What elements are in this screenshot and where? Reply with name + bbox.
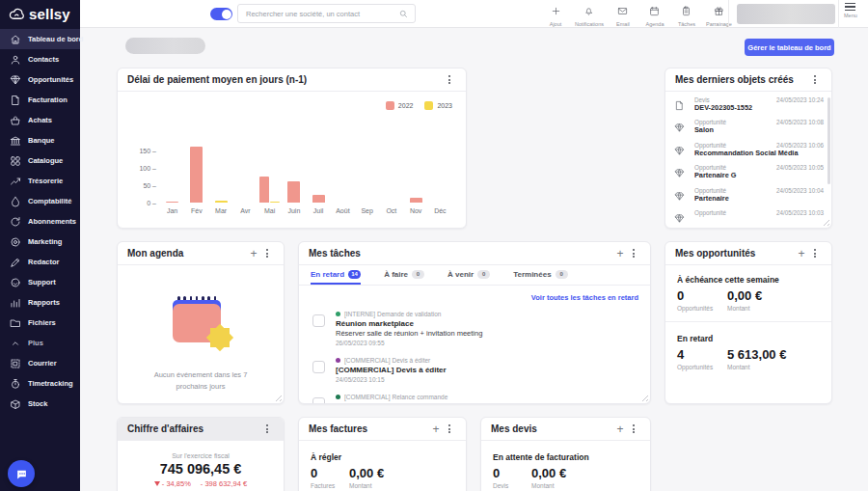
legend-item-2022: 2022 bbox=[386, 101, 414, 110]
bar-2022-Nov bbox=[410, 198, 422, 203]
x-axis-label: Déc bbox=[428, 207, 452, 214]
topbar-action-ajout[interactable]: Ajout bbox=[543, 3, 568, 27]
section-label: À échéance cette semaine bbox=[677, 275, 820, 285]
kebab-menu-icon[interactable] bbox=[260, 423, 274, 435]
add-icon[interactable]: + bbox=[429, 424, 443, 434]
document-icon bbox=[10, 95, 21, 106]
add-icon[interactable]: + bbox=[613, 249, 627, 259]
kebab-menu-icon[interactable] bbox=[627, 423, 640, 435]
bar-group-Fév: Fév bbox=[184, 147, 208, 203]
bar-chart: 0 –50 –100 –150 –JanFévMarAvrMaiJuinJuil… bbox=[160, 126, 452, 203]
legend-label: 2023 bbox=[437, 102, 452, 109]
sidebar-item-tableau-de-bord[interactable]: Tableau de bord bbox=[0, 29, 80, 49]
recent-object-row[interactable]: Opportunité24/05/2023 10:03 bbox=[665, 206, 831, 229]
box-icon bbox=[10, 398, 21, 410]
section-values: 0Opportunités0,00 €Montant bbox=[677, 288, 820, 312]
sidebar-item-redactor[interactable]: Redactor bbox=[0, 252, 80, 272]
search-input[interactable] bbox=[238, 10, 399, 18]
diamond-icon bbox=[674, 165, 685, 182]
view-all-late-tasks-link[interactable]: Voir toutes les tâches en retard bbox=[531, 293, 638, 302]
tab-à-venir[interactable]: À venir0 bbox=[448, 265, 490, 285]
kebab-menu-icon[interactable] bbox=[808, 73, 822, 86]
recent-object-row[interactable]: OpportunitéPartenaire24/05/2023 10:04 bbox=[665, 184, 831, 206]
x-axis-label: Nov bbox=[404, 207, 428, 214]
manage-dashboard-button[interactable]: Gérer le tableau de bord bbox=[745, 39, 834, 56]
sidebar-item-label: Facturation bbox=[28, 95, 68, 104]
invoices-card: Mes factures + À régler 0 Factures 0,00 … bbox=[298, 417, 467, 491]
tab-à-faire[interactable]: À faire0 bbox=[384, 265, 424, 285]
sidebar-item-facturation[interactable]: Facturation bbox=[0, 90, 80, 110]
sidebar-item-contacts[interactable]: Contacts bbox=[0, 49, 80, 69]
topbar-action-taches[interactable]: Tâches bbox=[674, 3, 699, 27]
pencil-icon bbox=[10, 257, 21, 268]
add-icon[interactable]: + bbox=[247, 249, 260, 259]
menu-button[interactable]: Menu bbox=[844, 3, 857, 18]
mode-toggle[interactable] bbox=[210, 8, 232, 20]
task-checkbox[interactable] bbox=[312, 397, 325, 404]
sidebar-item-stock[interactable]: Stock bbox=[0, 394, 80, 414]
task-checkbox[interactable] bbox=[312, 361, 325, 373]
bar-group-Mar: Mar bbox=[209, 201, 233, 203]
recent-object-row[interactable]: OpportunitéRecommandation Social Média24… bbox=[665, 139, 831, 161]
chat-icon bbox=[15, 468, 28, 480]
sidebar-item-plus[interactable]: Plus bbox=[0, 333, 80, 353]
opportunities-amount: 0,00 € bbox=[727, 288, 762, 303]
sidebar-item-timetracking[interactable]: Timetracking bbox=[0, 373, 80, 394]
topbar-action-label: Tâches bbox=[678, 21, 695, 27]
sidebar-item-fichiers[interactable]: Fichiers bbox=[0, 313, 80, 333]
sidebar-item-label: Courrier bbox=[28, 359, 57, 368]
task-checkbox[interactable] bbox=[312, 314, 325, 327]
sidebar-item-rapports[interactable]: Rapports bbox=[0, 292, 80, 313]
recent-object-row[interactable]: DevisDEV-202305-155224/05/2023 10:24 bbox=[665, 94, 831, 116]
recent-object-row[interactable]: OpportunitéPartenaire G24/05/2023 10:05 bbox=[665, 161, 831, 183]
task-title[interactable]: Réunion marketplace bbox=[336, 319, 640, 328]
topbar-action-label: Agenda bbox=[645, 21, 664, 27]
quotes-card: Mes devis + En attente de facturation 0 … bbox=[480, 417, 651, 491]
recent-object-row[interactable]: OpportunitéSalon24/05/2023 10:08 bbox=[665, 116, 831, 138]
diamond-icon bbox=[674, 210, 685, 228]
kebab-menu-icon[interactable] bbox=[260, 247, 274, 259]
kebab-menu-icon[interactable] bbox=[808, 247, 822, 259]
sidebar-item-opportunites[interactable]: Opportunités bbox=[0, 69, 80, 90]
add-icon[interactable]: + bbox=[613, 424, 627, 434]
topbar-action-email[interactable]: Email bbox=[610, 3, 636, 27]
opportunities-section: À échéance cette semaine0Opportunités0,0… bbox=[665, 265, 831, 319]
kebab-menu-icon[interactable] bbox=[443, 423, 456, 435]
x-axis-label: Jan bbox=[160, 207, 184, 214]
tab-count-badge: 14 bbox=[348, 270, 361, 279]
status-dot-icon bbox=[336, 395, 340, 399]
sidebar-item-abonnements[interactable]: Abonnements bbox=[0, 211, 80, 232]
tab-count-badge: 0 bbox=[477, 270, 490, 279]
tab-en-retard[interactable]: En retard14 bbox=[311, 265, 361, 285]
topbar-action-agenda[interactable]: Agenda bbox=[642, 3, 667, 27]
sidebar-item-support[interactable]: Support bbox=[0, 272, 80, 292]
kebab-menu-icon[interactable] bbox=[443, 73, 456, 86]
down-triangle-icon bbox=[154, 481, 160, 486]
contacts-icon bbox=[10, 54, 21, 66]
tab-terminées[interactable]: Terminées0 bbox=[513, 265, 567, 285]
quotes-count: 0 bbox=[493, 466, 531, 480]
add-icon[interactable]: + bbox=[795, 249, 808, 259]
x-axis-label: Juil bbox=[307, 207, 331, 214]
scrollbar-thumb[interactable] bbox=[827, 97, 830, 184]
sidebar-item-banque[interactable]: Banque bbox=[0, 130, 80, 150]
sidebar-item-marketing[interactable]: Marketing bbox=[0, 232, 80, 252]
tab-label: À venir bbox=[448, 270, 474, 279]
sidebar-item-courrier[interactable]: Courrier bbox=[0, 353, 80, 373]
opportunities-card: Mes opportunités + À échéance cette sema… bbox=[665, 241, 832, 404]
topbar-action-notifications[interactable]: Notifications bbox=[575, 3, 604, 27]
chat-bubble-button[interactable] bbox=[8, 460, 35, 487]
sidebar-item-label: Fichiers bbox=[28, 318, 56, 327]
sellsy-logo[interactable]: sellsy bbox=[0, 0, 80, 22]
task-title[interactable]: [COMMERCIAL] Devis à éditer bbox=[336, 366, 640, 374]
agenda-empty-text: Aucun événement dans les 7 prochains jou… bbox=[138, 369, 263, 392]
sidebar-item-comptabilite[interactable]: Comptabilité bbox=[0, 191, 80, 211]
card-title: Mes tâches bbox=[309, 248, 613, 259]
task-title[interactable]: [COMMERCIAL] Relance commande bbox=[336, 402, 640, 404]
sidebar-item-tresorerie[interactable]: Trésorerie bbox=[0, 171, 80, 191]
sidebar-item-catalogue[interactable]: Catalogue bbox=[0, 150, 80, 171]
sidebar-item-achats[interactable]: Achats bbox=[0, 110, 80, 130]
kebab-menu-icon[interactable] bbox=[627, 247, 640, 259]
search-icon[interactable] bbox=[399, 10, 408, 18]
chevron-up-icon bbox=[10, 338, 21, 349]
